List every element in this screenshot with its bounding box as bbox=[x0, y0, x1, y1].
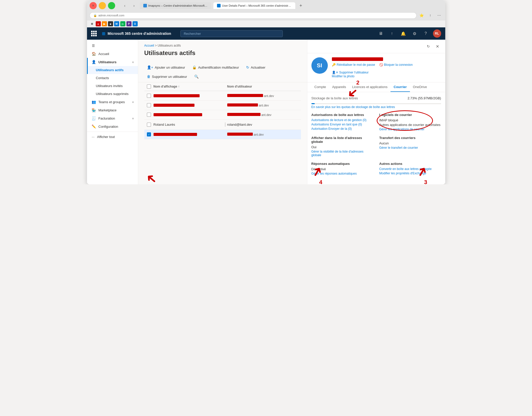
convertir-link[interactable]: Convertir en boîte aux lettres partagée bbox=[379, 167, 441, 171]
sidebar-afficher-tout[interactable]: ··· Afficher tout bbox=[87, 133, 138, 141]
new-tab-btn[interactable]: + bbox=[297, 2, 305, 9]
upload-icon[interactable]: ↑ bbox=[388, 29, 396, 38]
gerer-apps-link[interactable]: Gérer les applications de courrier bbox=[379, 127, 441, 131]
tab-appareils[interactable]: Appareils bbox=[329, 82, 349, 92]
mfa-button[interactable]: 🔒 Authentification multifacteur bbox=[190, 64, 242, 71]
ext-icon-3[interactable]: ▶ bbox=[102, 21, 107, 26]
sidebar-item-teams[interactable]: 👥 Teams et groupes ∨ bbox=[87, 98, 138, 106]
envoyer-adresse-link[interactable]: Autorisation Envoyer de la (0) bbox=[311, 127, 373, 131]
waffle-menu[interactable] bbox=[91, 31, 97, 36]
quota-link[interactable]: En savoir plus sur les quotas de stockag… bbox=[311, 105, 441, 109]
sidebar-label-accueil: Accueil bbox=[99, 52, 109, 56]
help-icon[interactable]: ? bbox=[422, 29, 430, 38]
table-row[interactable]: ant.dev bbox=[144, 101, 301, 110]
tab2-icon bbox=[217, 4, 221, 7]
sidebar-item-utilisateurs-supprimes[interactable]: Utilisateurs supprimés bbox=[87, 90, 138, 98]
ext-icon-6[interactable]: ▷ bbox=[120, 21, 125, 26]
nav-back-btn[interactable]: ‹ bbox=[121, 2, 128, 9]
config-icon: ✏️ bbox=[92, 124, 96, 129]
row3-checkbox[interactable] bbox=[147, 113, 151, 117]
adresse-globale-section: Afficher dans la liste d'adresses global… bbox=[311, 136, 373, 158]
user-avatar[interactable]: RL bbox=[433, 29, 441, 38]
ext-icon-7[interactable]: P bbox=[126, 21, 132, 26]
ext-icon-4[interactable]: ■ bbox=[108, 21, 113, 26]
share-btn[interactable]: ↑ bbox=[427, 12, 434, 19]
imap-value: IMAP bloqué bbox=[379, 118, 441, 122]
sidebar-item-accueil[interactable]: 🏠 Accueil bbox=[87, 50, 138, 58]
ext-icon-1[interactable]: ⚙ bbox=[90, 21, 95, 26]
search-users-button[interactable]: 🔍 bbox=[192, 73, 201, 80]
tab-onedrive[interactable]: OneDrive bbox=[410, 82, 430, 92]
ext-icon-2[interactable]: ● bbox=[96, 21, 101, 26]
tab-courrier[interactable]: Courrier bbox=[390, 82, 410, 92]
table-row[interactable]: ant.dev bbox=[144, 110, 301, 120]
tab-licences[interactable]: Licences et applications bbox=[349, 82, 390, 92]
tab-compte[interactable]: Compte bbox=[311, 82, 329, 92]
adresse-globale-link[interactable]: Gérer la visibilité de la liste d'adress… bbox=[311, 150, 373, 157]
bookmark-btn[interactable]: ⭐ bbox=[418, 12, 425, 19]
sidebar-item-utilisateurs[interactable]: 👤 Utilisateurs ∧ bbox=[87, 58, 138, 66]
nav-forward-btn[interactable]: › bbox=[131, 2, 138, 9]
table-header-row: Nom d'affichage ↑ Nom d'utilisateur bbox=[144, 82, 301, 91]
sidebar-item-facturation[interactable]: 🧾 Facturation ∨ bbox=[87, 114, 138, 122]
tab1-label: Imapsync – Centre d'administration Micro… bbox=[148, 4, 208, 7]
breadcrumb-home[interactable]: Accueil bbox=[144, 44, 154, 47]
search-input[interactable] bbox=[180, 30, 283, 37]
table-row[interactable]: Roland Laurès ⋮ roland@liant.dev bbox=[144, 120, 301, 130]
sidebar-label-utilisateurs: Utilisateurs bbox=[99, 60, 117, 64]
row4-checkbox[interactable] bbox=[147, 123, 151, 127]
sidebar-item-utilisateurs-actifs[interactable]: Utilisateurs actifs bbox=[87, 66, 138, 74]
sidebar-label-utilisateurs-actifs: Utilisateurs actifs bbox=[96, 68, 124, 72]
row1-checkbox[interactable] bbox=[147, 94, 151, 98]
sidebar-item-configuration[interactable]: ✏️ Configuration bbox=[87, 122, 138, 131]
lock-icon: 🔒 bbox=[93, 14, 97, 17]
block-link[interactable]: 🚫 Bloquer la connexion bbox=[379, 63, 413, 67]
transfert-link[interactable]: Gérer le transfert de courrier bbox=[379, 146, 441, 150]
bell-icon[interactable]: 🔔 bbox=[399, 29, 407, 38]
row4-actions-menu[interactable]: ⋮ bbox=[223, 122, 227, 127]
delete-user-link[interactable]: 👤✕ Supprimer l'utilisateur bbox=[332, 71, 369, 74]
panel-close-btn[interactable]: ✕ bbox=[434, 43, 441, 50]
envoyer-tant-que-link[interactable]: Autorisations Envoyer en tant que (0) bbox=[311, 123, 373, 126]
tab1-icon bbox=[143, 4, 147, 7]
row5-checkbox[interactable]: ✓ bbox=[147, 132, 151, 136]
app-logo: ⊞ Microsoft 365 centre d'administration bbox=[102, 31, 171, 36]
table-row[interactable]: ✓ ant.dev bbox=[144, 130, 301, 139]
address-bar[interactable]: 🔒 admin.microsoft.com bbox=[90, 12, 417, 19]
window-max-btn[interactable] bbox=[108, 2, 115, 9]
sidebar-item-contacts[interactable]: Contacts bbox=[87, 74, 138, 82]
modifier-exchange-link[interactable]: Modifier les propriétés d'Exchange bbox=[379, 172, 441, 175]
breadcrumb-current: Utilisateurs actifs bbox=[158, 44, 181, 47]
sidebar-label-marketplace: Marketplace bbox=[99, 108, 117, 112]
reponses-link[interactable]: Gérer les réponses automatiques bbox=[311, 172, 373, 175]
table-row[interactable]: ant.dev bbox=[144, 91, 301, 101]
more-btn[interactable]: ⋯ bbox=[436, 12, 443, 19]
app-name: Microsoft 365 centre d'administration bbox=[108, 31, 171, 36]
sidebar-collapse[interactable]: ☰ bbox=[87, 42, 138, 50]
row2-username-suffix: ant.dev bbox=[259, 104, 269, 107]
user-details: 🔑 Réinitialiser le mot de passe 🚫 Bloque… bbox=[332, 57, 441, 78]
reset-password-link[interactable]: 🔑 Réinitialiser le mot de passe bbox=[332, 63, 375, 67]
ext-icon-5[interactable]: M bbox=[114, 21, 119, 26]
lecture-gestion-link[interactable]: Autorisations de lecture et de gestion (… bbox=[311, 118, 373, 122]
panel-user-avatar: SI bbox=[311, 57, 328, 74]
panel-refresh-btn[interactable]: ↻ bbox=[425, 43, 432, 50]
browser-tab-2[interactable]: User Details Panel – Microsoft 365 centr… bbox=[213, 2, 295, 9]
refresh-button[interactable]: ↻ Actualiser bbox=[244, 64, 268, 71]
delete-user-icon: 👤✕ bbox=[332, 71, 338, 74]
gear-icon[interactable]: ⚙ bbox=[410, 29, 419, 38]
sidebar-item-marketplace[interactable]: 🏪 Marketplace bbox=[87, 106, 138, 114]
row2-checkbox[interactable] bbox=[147, 103, 151, 107]
select-all-checkbox[interactable] bbox=[147, 84, 151, 89]
marketplace-icon: 🏪 bbox=[92, 108, 96, 112]
browser-tab-1[interactable]: Imapsync – Centre d'administration Micro… bbox=[140, 2, 211, 9]
add-user-button[interactable]: 👤+ Ajouter un utilisateur bbox=[144, 64, 188, 71]
monitor-icon[interactable]: 🖥 bbox=[377, 29, 385, 38]
row5-username-suffix: ant.dev bbox=[254, 133, 264, 136]
delete-user-button[interactable]: 🗑 Supprimer un utilisateur bbox=[144, 73, 190, 80]
window-close-btn[interactable]: ✕ bbox=[90, 2, 97, 9]
sidebar-item-utilisateurs-invites[interactable]: Utilisateurs invités bbox=[87, 82, 138, 90]
ext-icon-8[interactable]: O bbox=[133, 21, 138, 26]
window-min-btn[interactable] bbox=[99, 2, 106, 9]
modify-photo-link[interactable]: Modifier la photo bbox=[332, 74, 355, 78]
